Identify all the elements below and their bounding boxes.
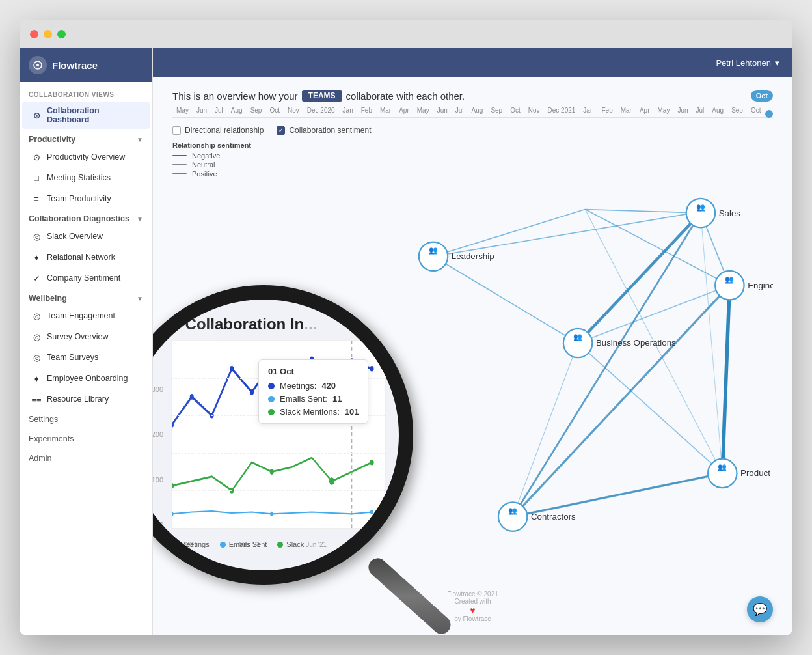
svg-text:Product: Product	[740, 468, 770, 478]
tl-jun1: Jun	[193, 107, 211, 114]
employee-onboarding-label: Employee Onboarding	[47, 374, 128, 383]
fullscreen-button[interactable]	[57, 30, 66, 38]
slack-overview-label: Slack Overview	[47, 232, 103, 241]
teams-badge: TEAMS	[302, 90, 342, 102]
topnav: Petri Lehtonen ▾	[153, 48, 792, 77]
team-surveys-label: Team Surveys	[47, 353, 98, 362]
checkbox-directional[interactable]: Directional relationship	[172, 126, 264, 135]
app-window: Flowtrace COLLABORATION VIEWS ⊙ Collabor…	[20, 20, 792, 635]
productivity-overview-icon: ⊙	[31, 152, 42, 162]
sidebar-group-wellbeing[interactable]: Wellbeing ▼	[20, 288, 152, 305]
resource-library-label: Resource Library	[47, 395, 109, 404]
app-body: Flowtrace COLLABORATION VIEWS ⊙ Collabor…	[20, 48, 792, 635]
tl-aug1: Aug	[227, 107, 247, 114]
tl-aug3: Aug	[708, 107, 727, 114]
sidebar-item-employee-onboarding[interactable]: ♦ Employee Onboarding	[22, 369, 150, 388]
sidebar-item-survey-overview[interactable]: ◎ Survey Overview	[22, 327, 150, 346]
sidebar-item-relational-network[interactable]: ♦ Relational Network	[22, 247, 150, 267]
sidebar-header: Flowtrace	[20, 48, 152, 82]
survey-overview-icon: ◎	[31, 331, 42, 342]
sidebar-group-productivity[interactable]: Productivity ▼	[20, 130, 152, 146]
meeting-stats-icon: □	[31, 173, 42, 183]
y-100: 100	[153, 476, 163, 484]
tl-mar1: Mar	[376, 107, 395, 114]
svg-point-1	[36, 64, 39, 66]
tl-jan2: Jan	[579, 107, 597, 114]
y-0: 0	[159, 521, 163, 529]
footer-heart: ♥	[447, 605, 498, 615]
tl-mar2: Mar	[617, 107, 636, 114]
sidebar-item-admin[interactable]: Admin	[20, 449, 152, 468]
svg-line-9	[578, 285, 729, 343]
settings-label: Settings	[29, 415, 58, 424]
relational-network-label: Relational Network	[47, 253, 115, 262]
svg-line-12	[701, 213, 722, 473]
close-button[interactable]	[30, 30, 38, 38]
sentiment-title: Relationship sentiment	[172, 141, 773, 149]
tl-jul2: Jul	[452, 107, 468, 114]
chat-button[interactable]: 💬	[747, 596, 773, 622]
tl-apr1: Apr	[395, 107, 413, 114]
sidebar-item-resource-library[interactable]: ≡≡ Resource Library	[22, 389, 150, 409]
collab-diag-label: Collaboration Diagnostics	[29, 214, 129, 223]
sidebar-item-settings[interactable]: Settings	[20, 410, 152, 429]
node-engineering[interactable]: 👥 Engineering	[715, 271, 773, 300]
minimize-button[interactable]	[44, 30, 52, 38]
traffic-lights	[30, 30, 66, 38]
footer-line2: Created with	[447, 598, 498, 605]
tl-dec2021: Dec 2021	[544, 107, 580, 114]
sidebar-item-experiments[interactable]: Experiments	[20, 429, 152, 449]
network-area: This is an overview how your TEAMS colla…	[153, 77, 792, 635]
sidebar-item-meeting-statistics[interactable]: □ Meeting Statistics	[22, 168, 150, 188]
tl-nov2: Nov	[524, 107, 544, 114]
y-400: 400	[153, 340, 163, 348]
positive-label: Positive	[192, 170, 217, 178]
legend-meetings: Meetings	[171, 540, 210, 548]
productivity-overview-label: Productivity Overview	[47, 152, 125, 161]
svg-line-17	[513, 285, 729, 516]
node-leadership[interactable]: 👥 Leadership	[419, 242, 494, 271]
checkbox-collab-sentiment[interactable]: ✓ Collaboration sentiment	[277, 126, 371, 135]
tl-jun2: Jun	[433, 107, 452, 114]
node-product[interactable]: 👥 Product	[708, 459, 770, 488]
neutral-label: Neutral	[192, 161, 215, 169]
node-business-ops[interactable]: 👥 Business Operations	[563, 329, 676, 357]
svg-text:👥: 👥	[508, 506, 517, 515]
legend-emails-dot	[220, 542, 226, 548]
network-graph: 👥 Sales 👥 Leadership	[231, 168, 773, 583]
sidebar-item-productivity-overview[interactable]: ⊙ Productivity Overview	[22, 147, 150, 167]
svg-point-37	[172, 422, 174, 428]
positive-line	[172, 173, 187, 175]
legend-meetings-label: Meetings	[180, 540, 210, 548]
sidebar-item-company-sentiment[interactable]: ✓ Company Sentiment	[22, 268, 150, 288]
node-sales[interactable]: 👥 Sales	[686, 199, 741, 227]
team-engagement-label: Team Engagement	[47, 311, 115, 320]
sidebar-group-collab-diag[interactable]: Collaboration Diagnostics ▼	[20, 209, 152, 226]
svg-line-18	[513, 473, 722, 517]
svg-point-38	[190, 394, 194, 400]
tl-jul3: Jul	[692, 107, 709, 114]
company-sentiment-icon: ✓	[31, 273, 42, 283]
collab-sentiment-checkbox[interactable]: ✓	[277, 126, 285, 135]
negative-label: Negative	[192, 152, 220, 160]
tl-apr2: Apr	[636, 107, 654, 114]
user-menu[interactable]: Petri Lehtonen ▾	[716, 58, 779, 68]
y-300: 300	[153, 385, 163, 393]
overview-text-after: collaborate with each other.	[346, 91, 465, 102]
svg-point-51	[172, 483, 174, 489]
sidebar-item-team-productivity[interactable]: ≡ Team Productivity	[22, 189, 150, 208]
meeting-stats-label: Meeting Statistics	[47, 173, 111, 182]
employee-onboarding-icon: ♦	[31, 373, 42, 383]
collab-dashboard-label: Collaboration Dashboard	[47, 106, 141, 124]
sidebar-item-slack-overview[interactable]: ◎ Slack Overview	[22, 227, 150, 246]
sidebar-item-collab-dashboard[interactable]: ⊙ Collaboration Dashboard	[22, 102, 150, 129]
sidebar-item-team-engagement[interactable]: ◎ Team Engagement	[22, 306, 150, 326]
resource-library-icon: ≡≡	[31, 394, 42, 404]
survey-overview-label: Survey Overview	[47, 332, 108, 341]
svg-text:👥: 👥	[429, 245, 438, 255]
directional-checkbox[interactable]	[172, 126, 181, 135]
neutral-line	[172, 164, 187, 166]
sidebar-item-team-surveys[interactable]: ◎ Team Surveys	[22, 348, 150, 367]
main-area: This is an overview how your TEAMS colla…	[153, 77, 792, 635]
tl-sep1: Sep	[247, 107, 266, 114]
